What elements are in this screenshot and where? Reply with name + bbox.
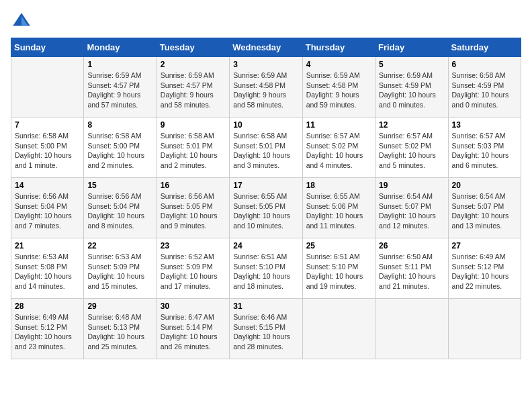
- day-number: 18: [306, 181, 371, 190]
- calendar-header-saturday: Saturday: [448, 38, 521, 57]
- calendar-week-row: 21Sunrise: 6:53 AMSunset: 5:08 PMDayligh…: [11, 238, 521, 299]
- calendar-cell: 19Sunrise: 6:54 AMSunset: 5:07 PMDayligh…: [375, 178, 448, 238]
- day-number: 16: [161, 181, 226, 190]
- day-info: Sunrise: 6:58 AMSunset: 5:01 PMDaylight:…: [161, 131, 226, 171]
- day-number: 29: [87, 302, 152, 311]
- calendar-cell: [302, 299, 375, 359]
- calendar-cell: 29Sunrise: 6:48 AMSunset: 5:13 PMDayligh…: [84, 299, 157, 359]
- calendar-cell: 26Sunrise: 6:50 AMSunset: 5:11 PMDayligh…: [375, 238, 448, 299]
- day-info: Sunrise: 6:51 AMSunset: 5:10 PMDaylight:…: [233, 252, 298, 291]
- day-number: 30: [161, 302, 226, 311]
- day-number: 9: [161, 120, 226, 130]
- day-info: Sunrise: 6:57 AMSunset: 5:02 PMDaylight:…: [379, 131, 444, 171]
- day-number: 1: [87, 60, 152, 69]
- calendar-table: SundayMondayTuesdayWednesdayThursdayFrid…: [11, 38, 521, 359]
- calendar-cell: 5Sunrise: 6:59 AMSunset: 4:59 PMDaylight…: [375, 57, 448, 118]
- calendar-header-friday: Friday: [375, 38, 448, 57]
- day-info: Sunrise: 6:58 AMSunset: 5:00 PMDaylight:…: [87, 131, 152, 171]
- calendar-week-row: 1Sunrise: 6:59 AMSunset: 4:57 PMDaylight…: [11, 57, 521, 118]
- calendar-header-thursday: Thursday: [302, 38, 375, 57]
- day-info: Sunrise: 6:54 AMSunset: 5:07 PMDaylight:…: [379, 191, 444, 231]
- calendar-cell: 30Sunrise: 6:47 AMSunset: 5:14 PMDayligh…: [157, 299, 229, 359]
- logo-icon: [11, 11, 32, 32]
- calendar-cell: [448, 299, 521, 359]
- day-info: Sunrise: 6:56 AMSunset: 5:05 PMDaylight:…: [161, 191, 226, 231]
- day-number: 11: [306, 120, 371, 130]
- calendar-cell: [375, 299, 448, 359]
- day-number: 4: [306, 60, 371, 69]
- day-number: 17: [233, 181, 298, 190]
- calendar-cell: 24Sunrise: 6:51 AMSunset: 5:10 PMDayligh…: [230, 238, 302, 299]
- calendar-header-monday: Monday: [84, 38, 157, 57]
- day-info: Sunrise: 6:59 AMSunset: 4:59 PMDaylight:…: [379, 71, 444, 110]
- day-info: Sunrise: 6:59 AMSunset: 4:58 PMDaylight:…: [306, 71, 371, 110]
- day-number: 28: [15, 302, 80, 311]
- day-info: Sunrise: 6:56 AMSunset: 5:04 PMDaylight:…: [15, 191, 80, 231]
- calendar-cell: 16Sunrise: 6:56 AMSunset: 5:05 PMDayligh…: [157, 178, 229, 238]
- day-number: 25: [306, 241, 371, 250]
- day-number: 27: [452, 241, 517, 250]
- day-info: Sunrise: 6:59 AMSunset: 4:58 PMDaylight:…: [233, 71, 298, 110]
- calendar-cell: 7Sunrise: 6:58 AMSunset: 5:00 PMDaylight…: [11, 118, 84, 178]
- calendar-cell: 13Sunrise: 6:57 AMSunset: 5:03 PMDayligh…: [448, 118, 521, 178]
- calendar-cell: 8Sunrise: 6:58 AMSunset: 5:00 PMDaylight…: [84, 118, 157, 178]
- calendar-cell: 1Sunrise: 6:59 AMSunset: 4:57 PMDaylight…: [84, 57, 157, 118]
- day-info: Sunrise: 6:59 AMSunset: 4:57 PMDaylight:…: [161, 71, 226, 110]
- calendar-cell: 12Sunrise: 6:57 AMSunset: 5:02 PMDayligh…: [375, 118, 448, 178]
- day-number: 20: [452, 181, 517, 190]
- day-number: 15: [87, 181, 152, 190]
- day-info: Sunrise: 6:47 AMSunset: 5:14 PMDaylight:…: [161, 312, 226, 352]
- day-number: 3: [233, 60, 298, 69]
- day-info: Sunrise: 6:49 AMSunset: 5:12 PMDaylight:…: [15, 312, 80, 352]
- day-info: Sunrise: 6:53 AMSunset: 5:08 PMDaylight:…: [15, 252, 80, 291]
- day-info: Sunrise: 6:59 AMSunset: 4:57 PMDaylight:…: [87, 71, 152, 110]
- svg-marker-1: [21, 16, 28, 26]
- day-info: Sunrise: 6:57 AMSunset: 5:02 PMDaylight:…: [306, 131, 371, 171]
- day-number: 23: [161, 241, 226, 250]
- calendar-cell: 23Sunrise: 6:52 AMSunset: 5:09 PMDayligh…: [157, 238, 229, 299]
- day-number: 8: [87, 120, 152, 130]
- calendar-cell: 21Sunrise: 6:53 AMSunset: 5:08 PMDayligh…: [11, 238, 84, 299]
- logo: [11, 11, 35, 32]
- calendar-cell: 18Sunrise: 6:55 AMSunset: 5:06 PMDayligh…: [302, 178, 375, 238]
- day-info: Sunrise: 6:49 AMSunset: 5:12 PMDaylight:…: [452, 252, 517, 291]
- calendar-cell: 15Sunrise: 6:56 AMSunset: 5:04 PMDayligh…: [84, 178, 157, 238]
- day-number: 26: [379, 241, 444, 250]
- calendar-cell: 10Sunrise: 6:58 AMSunset: 5:01 PMDayligh…: [230, 118, 302, 178]
- calendar-header-tuesday: Tuesday: [157, 38, 229, 57]
- day-info: Sunrise: 6:46 AMSunset: 5:15 PMDaylight:…: [233, 312, 298, 352]
- calendar-week-row: 7Sunrise: 6:58 AMSunset: 5:00 PMDaylight…: [11, 118, 521, 178]
- day-number: 12: [379, 120, 444, 130]
- day-info: Sunrise: 6:56 AMSunset: 5:04 PMDaylight:…: [87, 191, 152, 231]
- calendar-cell: 14Sunrise: 6:56 AMSunset: 5:04 PMDayligh…: [11, 178, 84, 238]
- day-number: 21: [15, 241, 80, 250]
- day-number: 7: [15, 120, 80, 130]
- day-info: Sunrise: 6:55 AMSunset: 5:06 PMDaylight:…: [306, 191, 371, 231]
- calendar-cell: 20Sunrise: 6:54 AMSunset: 5:07 PMDayligh…: [448, 178, 521, 238]
- day-number: 19: [379, 181, 444, 190]
- day-info: Sunrise: 6:48 AMSunset: 5:13 PMDaylight:…: [87, 312, 152, 352]
- day-info: Sunrise: 6:54 AMSunset: 5:07 PMDaylight:…: [452, 191, 517, 231]
- calendar-week-row: 14Sunrise: 6:56 AMSunset: 5:04 PMDayligh…: [11, 178, 521, 238]
- calendar-cell: 31Sunrise: 6:46 AMSunset: 5:15 PMDayligh…: [230, 299, 302, 359]
- day-number: 5: [379, 60, 444, 69]
- calendar-cell: 25Sunrise: 6:51 AMSunset: 5:10 PMDayligh…: [302, 238, 375, 299]
- day-number: 31: [233, 302, 298, 311]
- day-info: Sunrise: 6:50 AMSunset: 5:11 PMDaylight:…: [379, 252, 444, 291]
- day-number: 14: [15, 181, 80, 190]
- calendar-header-row: SundayMondayTuesdayWednesdayThursdayFrid…: [11, 38, 521, 57]
- day-info: Sunrise: 6:58 AMSunset: 5:00 PMDaylight:…: [15, 131, 80, 171]
- day-info: Sunrise: 6:52 AMSunset: 5:09 PMDaylight:…: [161, 252, 226, 291]
- day-number: 22: [87, 241, 152, 250]
- calendar-header-wednesday: Wednesday: [230, 38, 302, 57]
- calendar-cell: 28Sunrise: 6:49 AMSunset: 5:12 PMDayligh…: [11, 299, 84, 359]
- day-info: Sunrise: 6:55 AMSunset: 5:05 PMDaylight:…: [233, 191, 298, 231]
- calendar-header-sunday: Sunday: [11, 38, 84, 57]
- calendar-cell: 22Sunrise: 6:53 AMSunset: 5:09 PMDayligh…: [84, 238, 157, 299]
- day-number: 24: [233, 241, 298, 250]
- calendar-cell: 3Sunrise: 6:59 AMSunset: 4:58 PMDaylight…: [230, 57, 302, 118]
- calendar-cell: 6Sunrise: 6:58 AMSunset: 4:59 PMDaylight…: [448, 57, 521, 118]
- day-info: Sunrise: 6:57 AMSunset: 5:03 PMDaylight:…: [452, 131, 517, 171]
- day-number: 10: [233, 120, 298, 130]
- day-info: Sunrise: 6:58 AMSunset: 5:01 PMDaylight:…: [233, 131, 298, 171]
